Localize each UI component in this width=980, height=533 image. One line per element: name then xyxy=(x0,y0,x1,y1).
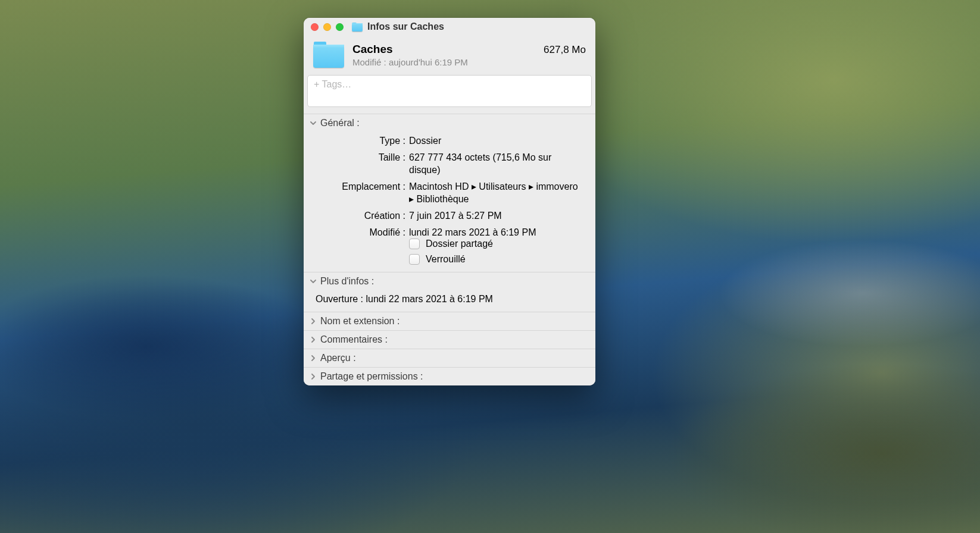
section-header-name-extension[interactable]: Nom et extension : xyxy=(304,312,595,330)
size-label: Taille : xyxy=(313,151,405,177)
created-label: Création : xyxy=(313,209,405,222)
section-title: Commentaires : xyxy=(320,334,388,345)
shared-folder-checkbox[interactable] xyxy=(409,239,420,249)
tags-input[interactable] xyxy=(307,75,592,107)
modified-label: Modifié : xyxy=(352,57,386,67)
type-label: Type : xyxy=(313,134,405,148)
close-window-button[interactable] xyxy=(311,23,319,31)
section-name-extension: Nom et extension : xyxy=(304,312,595,330)
get-info-window: Infos sur Caches Caches 627,8 Mo Modifié… xyxy=(304,18,595,385)
section-title: Partage et permissions : xyxy=(320,371,423,382)
folder-icon xyxy=(352,23,363,32)
folder-icon xyxy=(313,42,344,68)
chevron-right-icon xyxy=(310,373,317,380)
section-title: Général : xyxy=(320,118,360,128)
section-preview: Aperçu : xyxy=(304,349,595,367)
opened-value: lundi 22 mars 2021 à 6:19 PM xyxy=(366,294,492,304)
type-value: Dossier xyxy=(409,134,586,148)
modified-value: aujourd'hui 6:19 PM xyxy=(389,57,468,67)
locked-checkbox[interactable] xyxy=(409,254,420,265)
shared-folder-row: Dossier partagé xyxy=(313,239,586,249)
section-header-comments[interactable]: Commentaires : xyxy=(304,331,595,349)
chevron-down-icon xyxy=(310,278,317,285)
tags-field-row xyxy=(304,75,595,114)
shared-folder-label: Dossier partagé xyxy=(426,239,493,249)
section-more-info: Plus d'infos : Ouverture : lundi 22 mars… xyxy=(304,272,595,312)
minimize-window-button[interactable] xyxy=(323,23,331,31)
file-name: Caches xyxy=(352,43,393,56)
location-label: Emplacement : xyxy=(313,180,405,206)
modified-label: Modifié : xyxy=(313,226,405,239)
section-header-more-info[interactable]: Plus d'infos : xyxy=(304,272,595,290)
locked-label: Verrouillé xyxy=(426,254,466,265)
location-value: Macintosh HD ▸ Utilisateurs ▸ immovero ▸… xyxy=(409,180,586,206)
section-header-general[interactable]: Général : xyxy=(304,114,595,132)
modified-summary: Modifié : aujourd'hui 6:19 PM xyxy=(352,57,586,67)
section-title: Nom et extension : xyxy=(320,316,400,327)
chevron-right-icon xyxy=(310,355,317,362)
locked-row: Verrouillé xyxy=(313,254,586,265)
section-comments: Commentaires : xyxy=(304,330,595,349)
size-value: 627 777 434 octets (715,6 Mo sur disque) xyxy=(409,151,586,177)
section-title: Plus d'infos : xyxy=(320,276,374,287)
chevron-down-icon xyxy=(310,120,317,127)
section-general: Général : Type : Dossier Taille : 627 77… xyxy=(304,114,595,272)
section-title: Aperçu : xyxy=(320,353,356,363)
opened-label: Ouverture : xyxy=(316,294,363,304)
zoom-window-button[interactable] xyxy=(336,23,344,31)
section-sharing-permissions: Partage et permissions : xyxy=(304,367,595,385)
file-summary: Caches 627,8 Mo Modifié : aujourd'hui 6:… xyxy=(304,36,595,75)
created-value: 7 juin 2017 à 5:27 PM xyxy=(409,209,586,222)
chevron-right-icon xyxy=(310,318,317,325)
modified-value: lundi 22 mars 2021 à 6:19 PM xyxy=(409,226,586,239)
last-opened-row: Ouverture : lundi 22 mars 2021 à 6:19 PM xyxy=(316,294,586,305)
window-title-area: Infos sur Caches xyxy=(352,21,444,32)
window-title: Infos sur Caches xyxy=(367,21,444,32)
traffic-lights xyxy=(311,23,344,31)
section-header-preview[interactable]: Aperçu : xyxy=(304,349,595,367)
section-header-sharing-permissions[interactable]: Partage et permissions : xyxy=(304,368,595,385)
general-field-grid: Type : Dossier Taille : 627 777 434 octe… xyxy=(313,134,586,239)
chevron-right-icon xyxy=(310,336,317,343)
window-titlebar[interactable]: Infos sur Caches xyxy=(304,18,595,36)
file-size: 627,8 Mo xyxy=(544,44,586,56)
